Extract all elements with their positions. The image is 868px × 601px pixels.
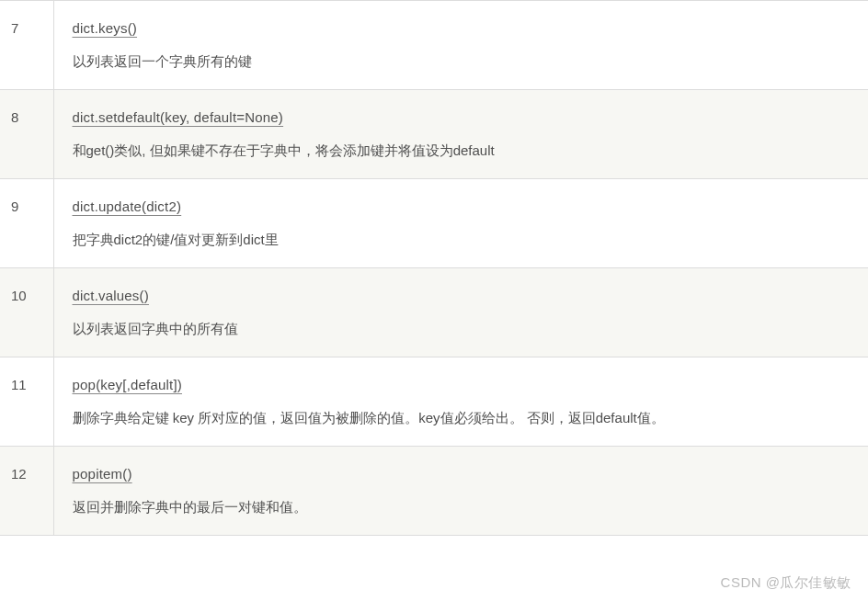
row-number: 11 bbox=[0, 357, 53, 447]
method-description: 以列表返回字典中的所有值 bbox=[73, 318, 854, 340]
methods-table: 7 dict.keys() 以列表返回一个字典所有的键 8 dict.setde… bbox=[0, 0, 868, 536]
row-content: dict.keys() 以列表返回一个字典所有的键 bbox=[53, 1, 868, 90]
row-number: 12 bbox=[0, 447, 53, 536]
method-link[interactable]: dict.values() bbox=[73, 285, 149, 307]
row-content: pop(key[,default]) 删除字典给定键 key 所对应的值，返回值… bbox=[53, 357, 868, 447]
row-number: 10 bbox=[0, 268, 53, 357]
row-content: dict.setdefault(key, default=None) 和get(… bbox=[53, 90, 868, 179]
method-link[interactable]: dict.update(dict2) bbox=[73, 196, 182, 218]
method-description: 把字典dict2的键/值对更新到dict里 bbox=[73, 229, 854, 251]
method-link[interactable]: dict.keys() bbox=[73, 17, 138, 40]
row-content: popitem() 返回并删除字典中的最后一对键和值。 bbox=[53, 447, 868, 536]
row-number: 7 bbox=[0, 1, 53, 90]
method-description: 删除字典给定键 key 所对应的值，返回值为被删除的值。key值必须给出。 否则… bbox=[73, 407, 854, 429]
row-number: 9 bbox=[0, 179, 53, 268]
method-description: 以列表返回一个字典所有的键 bbox=[73, 51, 854, 73]
table-row: 9 dict.update(dict2) 把字典dict2的键/值对更新到dic… bbox=[0, 179, 868, 268]
row-content: dict.values() 以列表返回字典中的所有值 bbox=[53, 268, 868, 357]
row-number: 8 bbox=[0, 90, 53, 179]
method-description: 和get()类似, 但如果键不存在于字典中，将会添加键并将值设为default bbox=[73, 140, 854, 162]
method-link[interactable]: pop(key[,default]) bbox=[73, 374, 183, 396]
row-content: dict.update(dict2) 把字典dict2的键/值对更新到dict里 bbox=[53, 179, 868, 268]
table-row: 11 pop(key[,default]) 删除字典给定键 key 所对应的值，… bbox=[0, 357, 868, 447]
method-description: 返回并删除字典中的最后一对键和值。 bbox=[73, 496, 854, 518]
table-row: 12 popitem() 返回并删除字典中的最后一对键和值。 bbox=[0, 447, 868, 536]
table-row: 8 dict.setdefault(key, default=None) 和ge… bbox=[0, 90, 868, 179]
table-row: 7 dict.keys() 以列表返回一个字典所有的键 bbox=[0, 1, 868, 90]
method-link[interactable]: dict.setdefault(key, default=None) bbox=[73, 107, 284, 129]
table-row: 10 dict.values() 以列表返回字典中的所有值 bbox=[0, 268, 868, 357]
method-link[interactable]: popitem() bbox=[73, 463, 132, 485]
